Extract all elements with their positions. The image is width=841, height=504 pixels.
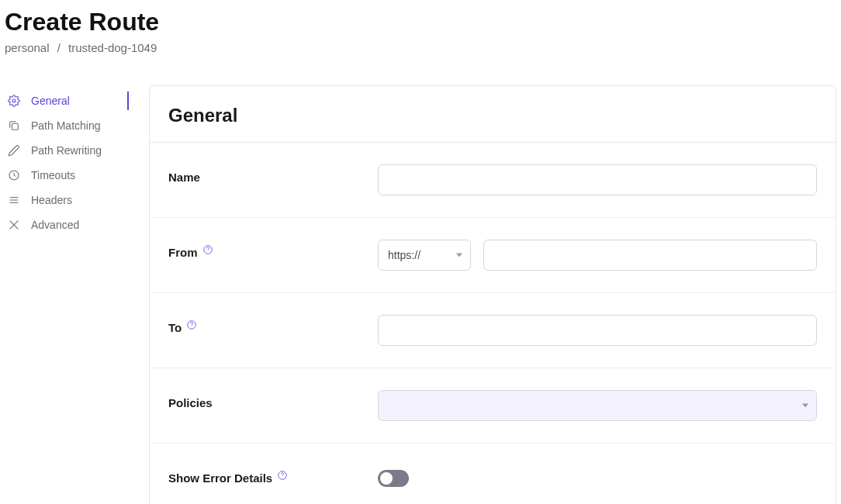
name-label: Name	[168, 164, 378, 184]
to-label: To	[168, 315, 378, 334]
breadcrumb-project[interactable]: trusted-dog-1049	[68, 41, 157, 54]
row-to: To	[150, 293, 836, 368]
pencil-icon	[8, 144, 20, 157]
sidebar-item-general[interactable]: General	[5, 88, 129, 113]
help-icon[interactable]	[277, 470, 288, 481]
show-error-details-label: Show Error Details	[168, 465, 378, 485]
sidebar-item-label: Path Rewriting	[31, 144, 102, 157]
svg-rect-1	[12, 123, 18, 129]
row-show-error-details: Show Error Details	[150, 444, 836, 504]
breadcrumb-separator: /	[53, 41, 65, 54]
policies-select[interactable]	[378, 390, 817, 421]
gear-icon	[8, 95, 20, 107]
svg-point-0	[12, 99, 16, 102]
chevron-down-icon	[802, 404, 808, 408]
breadcrumb-namespace[interactable]: personal	[5, 41, 50, 54]
clock-icon	[8, 169, 20, 181]
name-input[interactable]	[378, 164, 817, 195]
sidebar-item-timeouts[interactable]: Timeouts	[5, 163, 129, 188]
chevron-down-icon	[456, 254, 462, 257]
row-name: Name	[150, 143, 836, 218]
tools-icon	[8, 219, 20, 231]
sidebar-item-label: Headers	[31, 194, 72, 206]
help-icon[interactable]	[202, 244, 213, 255]
sidebar-item-label: General	[31, 95, 70, 107]
to-input[interactable]	[378, 315, 817, 346]
page-title: Create Route	[5, 8, 836, 36]
sidebar-item-label: Advanced	[31, 219, 79, 231]
policies-label: Policies	[168, 390, 378, 409]
show-error-details-toggle[interactable]	[378, 470, 409, 487]
section-title: General	[168, 105, 817, 126]
sidebar-item-advanced[interactable]: Advanced	[5, 212, 129, 237]
row-from: From https://	[150, 218, 836, 293]
from-protocol-value: https://	[388, 249, 420, 261]
general-card: General Name From	[149, 85, 836, 504]
sidebar-item-label: Timeouts	[31, 169, 75, 181]
breadcrumb: personal / trusted-dog-1049	[5, 41, 836, 54]
from-protocol-select[interactable]: https://	[378, 240, 471, 271]
from-label: From	[168, 240, 378, 259]
row-policies: Policies	[150, 368, 836, 444]
list-icon	[8, 194, 20, 206]
sidebar-item-path-rewriting[interactable]: Path Rewriting	[5, 138, 129, 163]
sidebar-item-label: Path Matching	[31, 119, 101, 132]
help-icon[interactable]	[186, 319, 197, 330]
path-icon	[8, 119, 20, 132]
sidebar: General Path Matching Path Rewriting Tim…	[5, 85, 129, 504]
sidebar-item-path-matching[interactable]: Path Matching	[5, 113, 129, 138]
sidebar-item-headers[interactable]: Headers	[5, 188, 129, 212]
from-host-input[interactable]	[483, 240, 817, 271]
